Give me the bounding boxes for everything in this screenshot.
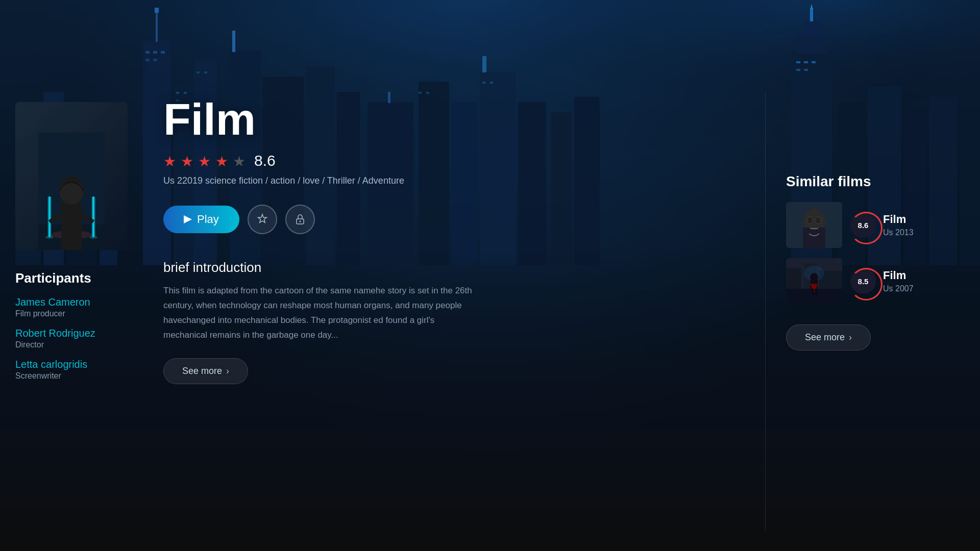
similar-film-text-2: Film Us 2007 [883, 269, 914, 293]
similar-film-item-2[interactable]: 8.5 Film Us 2007 [786, 258, 960, 304]
similar-film-item-1[interactable]: 8.6 Film Us 2013 [786, 202, 960, 248]
intro-heading: brief introduction [163, 260, 740, 276]
favorite-button[interactable] [248, 205, 277, 234]
intro-text: This film is adapted from the cartoon of… [163, 284, 480, 343]
film-meta: Us 22019 science fiction / action / love… [163, 176, 740, 186]
participant-item: Robert Rodriguez Director [15, 328, 133, 349]
star-5: ★ [233, 153, 248, 168]
similar-film-title-2: Film [883, 269, 914, 282]
svg-rect-59 [47, 196, 52, 237]
participant-item: James Cameron Film producer [15, 296, 133, 318]
similar-film-rating-1: 8.6 [850, 212, 876, 238]
svg-point-65 [89, 236, 97, 239]
play-label: Play [197, 213, 219, 226]
action-buttons: Play [163, 205, 740, 234]
svg-rect-82 [815, 289, 817, 295]
similar-see-more-label: See more [805, 332, 845, 343]
similar-film-rating-2: 8.5 [850, 268, 876, 294]
similar-film-text-1: Film Us 2013 [883, 213, 914, 237]
participant-name-2[interactable]: Robert Rodriguez [15, 328, 133, 339]
play-button[interactable]: Play [163, 206, 239, 233]
similar-film-title-1: Film [883, 213, 914, 226]
rating-value: 8.6 [254, 152, 276, 169]
left-panel: Participants James Cameron Film producer… [0, 0, 143, 551]
hooded-figure-svg [38, 133, 105, 250]
chevron-right-icon: › [226, 366, 229, 377]
participants-heading: Participants [15, 270, 133, 286]
participant-name-3[interactable]: Letta carlogridis [15, 359, 133, 370]
svg-point-64 [45, 236, 54, 239]
svg-rect-81 [812, 289, 814, 295]
favorite-icon [256, 213, 268, 226]
svg-rect-75 [786, 268, 801, 289]
parental-control-button[interactable] [285, 205, 315, 234]
lock-icon [294, 213, 306, 226]
star-4: ★ [215, 153, 231, 168]
svg-point-80 [810, 273, 818, 282]
similar-film-info-2: 8.5 Film Us 2007 [850, 268, 960, 294]
svg-point-67 [299, 221, 301, 222]
star-2: ★ [181, 153, 196, 168]
similar-film-thumb-1 [786, 202, 842, 248]
svg-point-72 [815, 217, 821, 224]
svg-rect-61 [91, 196, 95, 237]
star-rating: ★ ★ ★ ★ ★ [163, 153, 248, 168]
film-title: Film [163, 97, 740, 142]
similar-film-info-1: 8.6 Film Us 2013 [850, 212, 960, 238]
play-icon [184, 215, 192, 223]
intro-section: brief introduction This film is adapted … [163, 260, 740, 531]
similar-film-meta-1: Us 2013 [883, 228, 914, 237]
see-more-label: See more [182, 366, 222, 377]
svg-point-71 [807, 217, 813, 224]
similar-film-thumb-2 [786, 258, 842, 304]
right-panel: Similar films [766, 0, 980, 551]
svg-rect-70 [803, 228, 825, 248]
see-more-button[interactable]: See more › [163, 358, 248, 384]
center-panel: Film ★ ★ ★ ★ ★ 8.6 Us 22019 science fict… [143, 0, 765, 551]
similar-chevron-icon: › [849, 332, 852, 343]
similar-film-meta-2: Us 2007 [883, 284, 914, 293]
poster-image [15, 102, 128, 250]
movie-poster [15, 102, 128, 250]
participant-role-2: Director [15, 340, 133, 349]
similar-see-more-button[interactable]: See more › [786, 324, 871, 350]
participants-section: Participants James Cameron Film producer… [15, 270, 133, 390]
participant-item: Letta carlogridis Screenwriter [15, 359, 133, 381]
similar-films-heading: Similar films [786, 173, 960, 190]
star-1: ★ [163, 153, 179, 168]
rating-row: ★ ★ ★ ★ ★ 8.6 [163, 152, 740, 169]
star-3: ★ [198, 153, 213, 168]
participant-role-3: Screenwriter [15, 371, 133, 381]
main-content: Participants James Cameron Film producer… [0, 0, 980, 551]
participant-name-1[interactable]: James Cameron [15, 296, 133, 308]
participant-role-1: Film producer [15, 309, 133, 318]
